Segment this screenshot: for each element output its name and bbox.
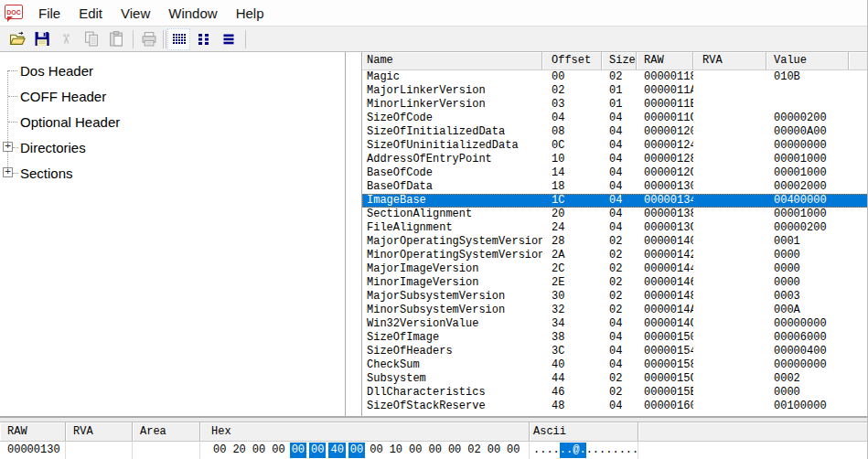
- cell-rva: [693, 194, 766, 208]
- cell-rva: [693, 262, 766, 276]
- sidebar-item-dos-header[interactable]: Dos Header: [0, 58, 345, 83]
- view-icons-button[interactable]: [192, 28, 215, 50]
- table-row[interactable]: DllCharacteristics46020000015E0000: [362, 386, 868, 400]
- cell-size: 02: [602, 249, 637, 262]
- column-header-size[interactable]: Size: [602, 52, 637, 69]
- column-header-name[interactable]: Name: [362, 52, 542, 69]
- cell-value: 00000000: [766, 317, 849, 331]
- cell-size: 04: [602, 345, 637, 358]
- expand-plus-icon[interactable]: +: [3, 167, 13, 177]
- hex-column-header-area[interactable]: Area: [133, 422, 200, 441]
- hex-panel-header: RAWRVAAreaHexAscii: [0, 422, 868, 442]
- cell-offset: 28: [542, 235, 602, 249]
- cell-offset: 2E: [542, 276, 602, 290]
- table-row[interactable]: MajorSubsystemVersion3002000001480003: [362, 290, 868, 304]
- cell-name: BaseOfData: [362, 180, 542, 194]
- table-row[interactable]: ImageBase1C040000013400400000: [362, 194, 868, 208]
- hex-column-header-hex[interactable]: Hex: [200, 422, 530, 441]
- table-row[interactable]: Magic000200000118010B: [362, 70, 868, 84]
- cell-size: 04: [602, 208, 637, 221]
- structure-tree: Dos HeaderCOFF HeaderOptional Header+Dir…: [0, 52, 346, 416]
- horizontal-splitter[interactable]: [0, 416, 868, 422]
- cell-name: SizeOfUninitializedData: [362, 139, 542, 153]
- table-row[interactable]: MinorSubsystemVersion32020000014A000A: [362, 304, 868, 317]
- column-header-rva[interactable]: RVA: [693, 52, 766, 69]
- table-row[interactable]: SizeOfUninitializedData0C040000012400000…: [362, 139, 868, 153]
- menu-item-edit[interactable]: Edit: [70, 2, 112, 25]
- column-header-offset[interactable]: Offset: [542, 52, 602, 69]
- column-header-raw[interactable]: RAW: [637, 52, 693, 69]
- menu-item-file[interactable]: File: [29, 2, 70, 25]
- view-details-button[interactable]: [167, 28, 190, 50]
- cell-value: 010B: [766, 70, 849, 84]
- hex-byte: 00: [348, 443, 365, 458]
- expand-plus-icon[interactable]: +: [3, 142, 13, 152]
- cell-raw: 00000142: [637, 249, 693, 262]
- sidebar-item-optional-header[interactable]: Optional Header: [0, 109, 345, 134]
- menu-item-window[interactable]: Window: [159, 2, 226, 25]
- hex-column-header-rva[interactable]: RVA: [66, 422, 133, 441]
- table-row[interactable]: Win32VersionValue34040000014C00000000: [362, 317, 868, 331]
- table-row[interactable]: SizeOfInitializedData08040000012000000A0…: [362, 125, 868, 139]
- cell-rva: [693, 221, 766, 235]
- sidebar-item-directories[interactable]: +Directories: [0, 134, 345, 160]
- table-row[interactable]: MinorLinkerVersion03010000011B: [362, 98, 868, 112]
- cell-rva: [693, 208, 766, 221]
- menu-item-view[interactable]: View: [112, 2, 159, 25]
- table-row[interactable]: MajorLinkerVersion02010000011A: [362, 84, 868, 98]
- table-row[interactable]: SizeOfStackReserve48040000016000100000: [362, 400, 868, 413]
- sidebar-item-sections[interactable]: +Sections: [0, 160, 345, 186]
- sidebar-item-coff-header[interactable]: COFF Header: [0, 83, 345, 109]
- toolbar-separator: [163, 30, 164, 48]
- table-row[interactable]: Subsystem44020000015C0002: [362, 372, 868, 386]
- toolbar-separator: [245, 30, 246, 48]
- menu-item-help[interactable]: Help: [227, 2, 273, 25]
- hex-bytes-cell[interactable]: 00200000000040000010000000020000: [200, 442, 530, 459]
- hex-byte: 10: [388, 443, 404, 458]
- table-row[interactable]: BaseOfData18040000013000002000: [362, 180, 868, 194]
- cell-value: [766, 84, 849, 98]
- open-button[interactable]: [5, 28, 28, 50]
- cell-value: 0000: [766, 276, 849, 290]
- cell-rva: [693, 386, 766, 400]
- print-button[interactable]: [137, 28, 160, 50]
- cell-raw: 00000140: [637, 235, 693, 249]
- table-row[interactable]: SectionAlignment20040000013800001000: [362, 208, 868, 221]
- copy-button[interactable]: [80, 28, 102, 50]
- paste-button[interactable]: [104, 28, 127, 50]
- column-header-value[interactable]: Value: [766, 52, 849, 69]
- hex-column-header-raw[interactable]: RAW: [0, 422, 66, 441]
- ascii-cell[interactable]: ......@.........: [530, 442, 638, 459]
- hex-panel-row[interactable]: 00000130 0020000000004000001000000002000…: [0, 442, 868, 459]
- table-row[interactable]: MajorOperatingSystemVersion2802000001400…: [362, 235, 868, 249]
- cell-raw: 00000154: [637, 345, 693, 358]
- cell-raw: 0000011C: [637, 112, 693, 125]
- table-row[interactable]: MajorImageVersion2C02000001440000: [362, 262, 868, 276]
- hex-column-header-ascii[interactable]: Ascii: [530, 422, 638, 441]
- table-row[interactable]: AddressOfEntryPoint10040000012800001000: [362, 153, 868, 166]
- cell-size: 04: [602, 153, 637, 166]
- table-row[interactable]: BaseOfCode14040000012C00001000: [362, 166, 868, 180]
- cell-raw: 00000134: [637, 194, 693, 208]
- table-row[interactable]: MinorImageVersion2E02000001460000: [362, 276, 868, 290]
- cell-rva: [693, 317, 766, 331]
- cell-value: [766, 98, 849, 112]
- hex-rva-cell: [66, 442, 133, 459]
- menu-items: FileEditViewWindowHelp: [29, 2, 273, 25]
- tree-item-label: Sections: [20, 165, 73, 181]
- cell-raw: 00000120: [637, 125, 693, 139]
- hex-byte: 00: [426, 443, 443, 458]
- fields-table: NameOffsetSizeRAWRVAValue Magic000200000…: [361, 52, 868, 416]
- table-row[interactable]: SizeOfImage38040000015000006000: [362, 331, 868, 345]
- save-button[interactable]: [30, 28, 53, 50]
- table-row[interactable]: MinorOperatingSystemVersion2A02000001420…: [362, 249, 868, 262]
- cut-button[interactable]: ✂: [55, 28, 78, 50]
- cell-name: MajorSubsystemVersion: [362, 290, 542, 304]
- cell-raw: 0000014A: [637, 304, 693, 317]
- table-row[interactable]: SizeOfCode04040000011C00000200: [362, 112, 868, 125]
- table-row[interactable]: SizeOfHeaders3C040000015400000400: [362, 345, 868, 358]
- tree-items: Dos HeaderCOFF HeaderOptional Header+Dir…: [0, 58, 345, 186]
- table-row[interactable]: FileAlignment24040000013C00000200: [362, 221, 868, 235]
- view-list-button[interactable]: [217, 28, 240, 50]
- table-row[interactable]: CheckSum40040000015800000000: [362, 358, 868, 372]
